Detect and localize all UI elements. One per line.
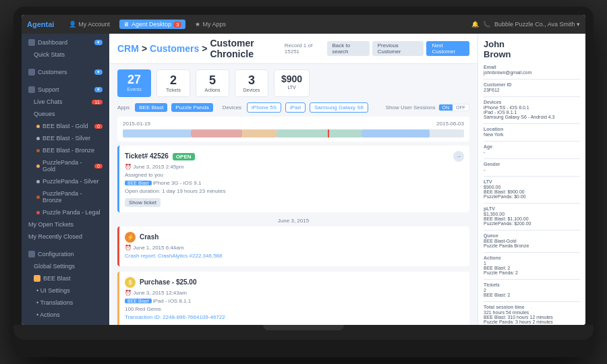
- show-ticket-btn[interactable]: Show ticket: [125, 198, 161, 207]
- toggle-on[interactable]: ON: [439, 104, 453, 111]
- sidebar-item-live-chats[interactable]: Live Chats 11: [22, 96, 109, 108]
- sidebar-item-bee-bronze[interactable]: BEE Blast - Bronze: [22, 144, 109, 156]
- back-to-search-btn[interactable]: Back to search: [327, 41, 370, 56]
- desktop-icon: 🖥: [123, 21, 129, 28]
- dot-bronze2: [36, 195, 40, 199]
- crash-circle-icon: ⚡: [125, 232, 136, 243]
- phone-icon: 📞: [483, 21, 490, 28]
- sidebar-item-ui-settings[interactable]: • UI Settings: [22, 284, 109, 297]
- ticket-status-badge: OPEN: [173, 153, 195, 160]
- toggle-off[interactable]: OFF: [453, 104, 469, 111]
- purchase-app-tag: BEE Blast: [125, 299, 152, 303]
- tag-iphone5s[interactable]: iPhone 5S: [247, 102, 281, 113]
- sidebar: Dashboard ▾ Quick Stats Customers ▾: [22, 34, 109, 325]
- sidebar-item-customers[interactable]: Customers ▾: [22, 66, 109, 78]
- sidebar-item-pp-silver[interactable]: PuzzlePanda - Silver: [22, 175, 109, 187]
- sidebar-item-open-tickets[interactable]: My Open Tickets: [22, 218, 109, 231]
- sidebar-item-recently-closed[interactable]: My Recently Closed: [22, 231, 109, 243]
- sidebar-item-actions[interactable]: • Actions: [22, 309, 109, 321]
- customer-email: johnbrown@gmail.com: [484, 70, 580, 75]
- app-logo: Agentai: [27, 20, 54, 28]
- sidebar-item-support[interactable]: Support ▾: [22, 84, 109, 96]
- nav-agent-desktop[interactable]: 🖥 Agent Desktop 3: [119, 20, 186, 29]
- sidebar-item-pp-bronze[interactable]: PuzzlePanda - Bronze: [22, 187, 109, 206]
- customer-id-row: Customer ID 23F612: [484, 82, 580, 92]
- sidebar-item-global-settings[interactable]: Global Settings: [22, 260, 109, 272]
- customer-tickets-row: Tickets 2 BEE Blast: 2: [484, 282, 580, 297]
- nav-my-apps[interactable]: ★ My Apps: [191, 20, 230, 29]
- timeline-bar: 2015-01-19 2015-06-03: [117, 117, 469, 142]
- timeline-dates: 2015-01-19 2015-06-03: [123, 121, 464, 127]
- dot-gold2: [36, 164, 40, 168]
- dot-silver: [36, 137, 40, 140]
- customers-icon: [28, 69, 35, 75]
- event-purchase: $ Purchase - $25.00 ⏰ June 3, 2015 12:43…: [117, 272, 469, 325]
- stat-tickets: 2 Tickets: [156, 69, 190, 97]
- ticket-action-icon[interactable]: →: [453, 151, 464, 162]
- user-icon: 👤: [69, 21, 76, 28]
- stat-ltv: $900 LTV: [274, 69, 310, 97]
- transaction-link[interactable]: Transaction ID: 2248-896-7664109-46722: [125, 314, 225, 320]
- breadcrumb-actions: Record 1 of 15251 Back to search Previou…: [285, 41, 469, 56]
- main-content: CRM > Customers > Customer Chronicle Rec…: [109, 34, 478, 325]
- tag-bee-blast[interactable]: BEE Blast: [135, 103, 167, 112]
- support-icon: [28, 86, 35, 93]
- dot-gold: [36, 125, 40, 128]
- star-icon: ★: [195, 21, 200, 28]
- session-toggle[interactable]: ON OFF: [438, 104, 470, 111]
- customer-actions-row: Actions 1 BEE Blast: 2 Puzzle Panda: 2: [484, 255, 580, 275]
- tag-ipad[interactable]: iPad: [285, 102, 306, 113]
- sidebar-item-pp-legal[interactable]: Puzzle Panda - Legal: [22, 206, 109, 218]
- customer-gender-row: Gender -: [484, 162, 580, 172]
- breadcrumb-customers-link[interactable]: Customers: [150, 43, 199, 54]
- stat-devices: 3 Devices: [235, 69, 268, 97]
- crash-report-link[interactable]: Crash report: CrashAlytics #222.346.588: [125, 253, 223, 259]
- customer-ltv-row: LTV $900.00 BEE Blast: $900.00 PuzzlePan…: [484, 179, 580, 199]
- sidebar-item-queues[interactable]: Queues: [22, 108, 109, 120]
- dashboard-icon: [28, 39, 35, 46]
- customer-queue-row: Queue BEE Blast-Gold Puzzle Panda Bronze: [484, 233, 580, 248]
- customer-email-row: Email johnbrown@gmail.com: [484, 65, 580, 75]
- timeline-track[interactable]: [123, 129, 464, 138]
- customer-pltv-row: pLTV $1,300.00 BEE Blast: $1,100.00 Puzz…: [484, 206, 580, 226]
- event-ticket-42526: Ticket# 42526 OPEN → ⏰ June 3, 2015 2:45…: [117, 146, 469, 212]
- agent-desktop-badge: 3: [173, 22, 181, 28]
- event-list: Ticket# 42526 OPEN → ⏰ June 3, 2015 2:45…: [109, 146, 478, 325]
- sidebar-item-translations[interactable]: • Translations: [22, 297, 109, 309]
- dot-bronze: [36, 149, 40, 152]
- customer-age-row: Age -: [484, 144, 580, 154]
- tag-puzzle-panda[interactable]: Puzzle Panda: [171, 103, 212, 112]
- purchase-circle-icon: $: [125, 277, 136, 288]
- right-panel: John Brown Email johnbrown@gmail.com Cus…: [478, 34, 585, 325]
- next-customer-btn[interactable]: Next Customer: [426, 41, 469, 56]
- breadcrumb-bar: CRM > Customers > Customer Chronicle Rec…: [109, 34, 478, 64]
- dot-silver2: [36, 180, 40, 183]
- bee-blast-icon: [34, 275, 40, 282]
- bell-icon: 🔔: [471, 21, 479, 28]
- stat-events: 27 Events: [117, 69, 151, 97]
- prev-customer-btn[interactable]: Previous Customer: [372, 41, 424, 56]
- config-icon: [28, 251, 35, 257]
- nav-right[interactable]: 🔔 📞 Bubble Puzzle Co., Ava Smith ▾: [471, 21, 580, 28]
- tags-row: Apps BEE Blast Puzzle Panda Devices iPho…: [109, 102, 478, 117]
- sidebar-item-dashboard[interactable]: Dashboard ▾: [22, 36, 109, 49]
- date-separator-june3: June 3, 2015: [117, 218, 469, 224]
- sidebar-item-quick-stats[interactable]: Quick Stats: [22, 49, 109, 61]
- top-nav: Agentai 👤 My Account 🖥 Agent Desktop 3 ★…: [22, 15, 585, 34]
- sidebar-item-pp-gold[interactable]: PuzzlePanda - Gold 0: [22, 156, 109, 175]
- stats-row: 27 Events 2 Tickets 5 Actions 3: [109, 64, 478, 102]
- nav-my-account[interactable]: 👤 My Account: [65, 20, 114, 29]
- sidebar-item-bee-blast[interactable]: BEE Blast: [22, 272, 109, 284]
- customer-name: John Brown: [484, 39, 580, 59]
- sidebar-item-configuration[interactable]: Configuration: [22, 248, 109, 260]
- sidebar-item-bee-silver[interactable]: BEE Blast - Silver: [22, 132, 109, 144]
- customer-devices-row: Devices iPhone 5S - iOS 8.0.1 iPad - iOS…: [484, 100, 580, 119]
- ticket-app-tag: BEE Blast: [125, 181, 152, 185]
- stat-actions: 5 Actions: [196, 69, 229, 97]
- sidebar-item-bee-gold[interactable]: BEE Blast - Gold 0: [22, 120, 109, 132]
- breadcrumb: CRM > Customers > Customer Chronicle: [117, 38, 285, 59]
- ticket-date: ⏰ June 3, 2015 2:45pm: [125, 164, 183, 170]
- customer-session-row: Total session time 321 hours 54 minutes …: [484, 305, 580, 324]
- tag-samsung[interactable]: Samsung Galaxy S6: [310, 102, 368, 113]
- customer-location-row: Location New York: [484, 127, 580, 137]
